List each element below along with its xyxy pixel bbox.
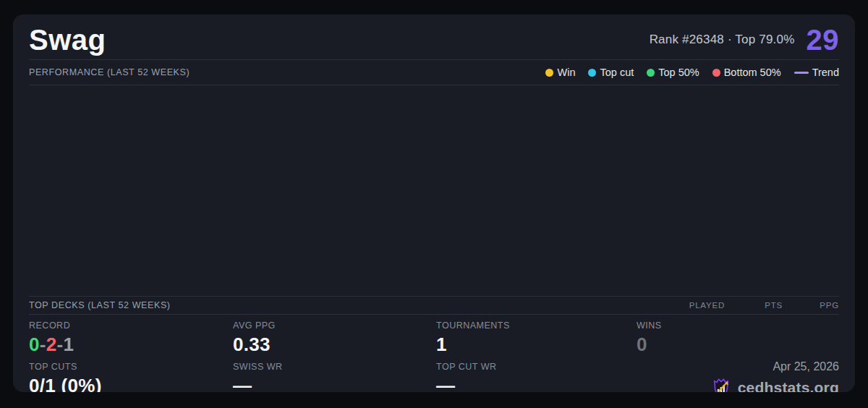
stat-avg-ppg: AVG PPG 0.33	[233, 315, 436, 356]
win-dot-icon	[545, 69, 553, 77]
wins-value: 0	[637, 333, 839, 355]
legend-item-top50: Top 50%	[647, 67, 699, 78]
footer-brand-cell: Apr 25, 2026 cedhstats.org	[637, 356, 839, 392]
topcut-dot-icon	[588, 69, 596, 77]
record-separator: -	[40, 333, 46, 355]
stat-label: TOP CUTS	[29, 362, 233, 373]
legend-label: Top cut	[600, 67, 634, 78]
legend-item-win: Win	[545, 67, 575, 78]
legend-label: Win	[557, 67, 575, 78]
stat-label: SWISS WR	[233, 362, 436, 373]
column-header-ppg: PPG	[783, 301, 839, 310]
tournaments-value: 1	[436, 333, 637, 355]
performance-section-label: PERFORMANCE (LAST 52 WEEKS)	[29, 67, 190, 77]
stat-top-cuts: TOP CUTS 0/1 (0%)	[29, 356, 233, 392]
stat-top-cut-wr: TOP CUT WR —	[436, 356, 637, 392]
top-cuts-value: 0/1 (0%)	[29, 375, 233, 392]
legend-item-bottom50: Bottom 50%	[712, 67, 781, 78]
legend-label: Trend	[812, 67, 839, 78]
stat-wins: WINS 0	[637, 315, 839, 356]
top-cut-wr-value: —	[436, 375, 637, 392]
trend-line-icon	[794, 72, 809, 74]
stat-label: WINS	[637, 320, 839, 331]
score-value: 29	[807, 24, 840, 56]
top-decks-header: TOP DECKS (LAST 52 WEEKS) PLAYED PTS PPG	[29, 297, 839, 315]
player-stats-card: Swag Rank #26348 · Top 79.0% 29 PERFORMA…	[13, 14, 855, 392]
page-title: Swag	[29, 24, 106, 56]
legend-item-topcut: Top cut	[588, 67, 634, 78]
top-decks-columns: PLAYED PTS PPG	[660, 301, 839, 310]
cedhstats-logo-icon	[710, 376, 732, 392]
brand-text: cedhstats.org	[738, 379, 839, 392]
avg-ppg-value: 0.33	[233, 333, 436, 355]
record-draws: 1	[63, 333, 74, 355]
stat-record: RECORD 0-2-1	[29, 315, 233, 356]
record-wins: 0	[29, 333, 40, 355]
stat-label: AVG PPG	[233, 320, 436, 331]
date-text: Apr 25, 2026	[773, 360, 839, 373]
column-header-played: PLAYED	[660, 301, 725, 310]
brand-row: cedhstats.org	[710, 376, 839, 392]
stat-tournaments: TOURNAMENTS 1	[436, 315, 637, 356]
stats-grid: RECORD 0-2-1 AVG PPG 0.33 TOURNAMENTS 1 …	[29, 315, 839, 392]
performance-chart-area	[29, 85, 839, 296]
swiss-wr-value: —	[233, 375, 436, 392]
chart-legend: Win Top cut Top 50% Bottom 50% Trend	[545, 67, 839, 78]
performance-section-header: PERFORMANCE (LAST 52 WEEKS) Win Top cut …	[29, 60, 839, 85]
record-value: 0-2-1	[29, 333, 233, 355]
header-rank-block: Rank #26348 · Top 79.0% 29	[650, 24, 839, 56]
legend-label: Top 50%	[658, 67, 699, 78]
stat-label: RECORD	[29, 320, 233, 331]
rank-text: Rank #26348 · Top 79.0%	[650, 33, 795, 47]
stat-label: TOURNAMENTS	[436, 320, 637, 331]
stat-swiss-wr: SWISS WR —	[233, 356, 436, 392]
legend-label: Bottom 50%	[724, 67, 781, 78]
legend-item-trend: Trend	[794, 67, 839, 78]
top50-dot-icon	[647, 69, 655, 77]
top-decks-section-label: TOP DECKS (LAST 52 WEEKS)	[29, 300, 171, 310]
bottom50-dot-icon	[712, 69, 720, 77]
column-header-pts: PTS	[725, 301, 783, 310]
stat-label: TOP CUT WR	[436, 362, 637, 373]
card-header: Swag Rank #26348 · Top 79.0% 29	[29, 14, 839, 59]
record-losses: 2	[46, 333, 57, 355]
